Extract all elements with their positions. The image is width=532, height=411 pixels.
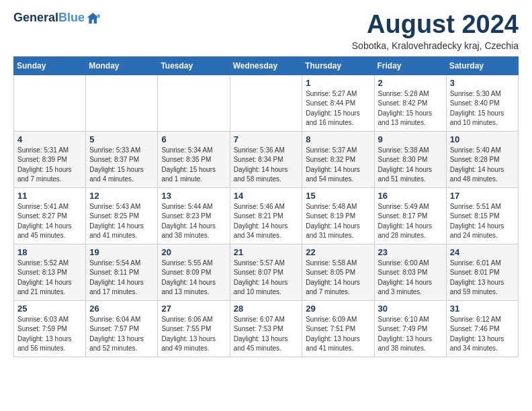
day-info: Sunrise: 5:31 AM Sunset: 8:39 PM Dayligh… (17, 146, 82, 185)
day-number: 21 (234, 247, 299, 257)
weekday-header: Tuesday (158, 56, 230, 75)
day-number: 12 (89, 191, 154, 201)
day-number: 3 (450, 78, 515, 88)
day-number: 8 (306, 134, 370, 144)
day-info: Sunrise: 5:49 AM Sunset: 8:17 PM Dayligh… (378, 202, 443, 241)
month-title: August 2024 (352, 11, 519, 39)
calendar-cell: 28Sunrise: 6:07 AM Sunset: 7:53 PM Dayli… (230, 300, 302, 357)
day-number: 9 (378, 134, 443, 144)
day-info: Sunrise: 5:43 AM Sunset: 8:25 PM Dayligh… (89, 202, 154, 241)
calendar-table: SundayMondayTuesdayWednesdayThursdayFrid… (13, 56, 519, 357)
day-info: Sunrise: 5:58 AM Sunset: 8:05 PM Dayligh… (306, 259, 370, 298)
calendar-cell: 30Sunrise: 6:10 AM Sunset: 7:49 PM Dayli… (374, 300, 446, 357)
day-info: Sunrise: 5:52 AM Sunset: 8:13 PM Dayligh… (17, 259, 82, 298)
day-info: Sunrise: 5:30 AM Sunset: 8:40 PM Dayligh… (450, 89, 515, 128)
day-number: 17 (450, 191, 515, 201)
day-info: Sunrise: 5:36 AM Sunset: 8:34 PM Dayligh… (234, 146, 299, 185)
calendar-cell: 8Sunrise: 5:37 AM Sunset: 8:32 PM Daylig… (302, 131, 374, 187)
calendar-cell: 7Sunrise: 5:36 AM Sunset: 8:34 PM Daylig… (230, 131, 302, 187)
location-subtitle: Sobotka, Kralovehradecky kraj, Czechia (352, 40, 519, 51)
day-number: 1 (306, 78, 370, 88)
day-number: 14 (234, 191, 299, 201)
logo: GeneralBlue (13, 11, 101, 26)
calendar-cell: 11Sunrise: 5:41 AM Sunset: 8:27 PM Dayli… (14, 187, 86, 244)
calendar-cell (158, 75, 230, 131)
day-info: Sunrise: 6:10 AM Sunset: 7:49 PM Dayligh… (378, 315, 443, 354)
day-info: Sunrise: 6:06 AM Sunset: 7:55 PM Dayligh… (161, 315, 226, 354)
day-number: 19 (89, 247, 154, 257)
calendar-cell: 14Sunrise: 5:46 AM Sunset: 8:21 PM Dayli… (230, 187, 302, 244)
calendar-cell: 16Sunrise: 5:49 AM Sunset: 8:17 PM Dayli… (374, 187, 446, 244)
weekday-header: Friday (374, 56, 446, 75)
day-info: Sunrise: 5:51 AM Sunset: 8:15 PM Dayligh… (450, 202, 515, 241)
calendar-cell: 24Sunrise: 6:01 AM Sunset: 8:01 PM Dayli… (446, 244, 518, 300)
day-info: Sunrise: 5:34 AM Sunset: 8:35 PM Dayligh… (161, 146, 226, 185)
day-info: Sunrise: 5:44 AM Sunset: 8:23 PM Dayligh… (161, 202, 226, 241)
calendar-cell: 27Sunrise: 6:06 AM Sunset: 7:55 PM Dayli… (158, 300, 230, 357)
day-number: 2 (378, 78, 443, 88)
day-info: Sunrise: 5:38 AM Sunset: 8:30 PM Dayligh… (378, 146, 443, 185)
calendar-cell: 9Sunrise: 5:38 AM Sunset: 8:30 PM Daylig… (374, 131, 446, 187)
day-info: Sunrise: 5:41 AM Sunset: 8:27 PM Dayligh… (17, 202, 82, 241)
day-number: 18 (17, 247, 82, 257)
day-info: Sunrise: 6:04 AM Sunset: 7:57 PM Dayligh… (89, 315, 154, 354)
day-number: 7 (234, 134, 299, 144)
day-number: 15 (306, 191, 370, 201)
calendar-header-row: SundayMondayTuesdayWednesdayThursdayFrid… (14, 56, 519, 75)
day-info: Sunrise: 6:07 AM Sunset: 7:53 PM Dayligh… (234, 315, 299, 354)
calendar-cell: 10Sunrise: 5:40 AM Sunset: 8:28 PM Dayli… (446, 131, 518, 187)
day-info: Sunrise: 5:46 AM Sunset: 8:21 PM Dayligh… (234, 202, 299, 241)
calendar-cell: 25Sunrise: 6:03 AM Sunset: 7:59 PM Dayli… (14, 300, 86, 357)
day-number: 30 (378, 304, 443, 314)
calendar-cell: 4Sunrise: 5:31 AM Sunset: 8:39 PM Daylig… (14, 131, 86, 187)
day-number: 10 (450, 134, 515, 144)
weekday-header: Wednesday (230, 56, 302, 75)
day-number: 31 (450, 304, 515, 314)
calendar-cell: 13Sunrise: 5:44 AM Sunset: 8:23 PM Dayli… (158, 187, 230, 244)
logo-text: GeneralBlue (13, 11, 85, 25)
calendar-week-row: 1Sunrise: 5:27 AM Sunset: 8:44 PM Daylig… (14, 75, 519, 131)
day-number: 6 (161, 134, 226, 144)
day-info: Sunrise: 5:33 AM Sunset: 8:37 PM Dayligh… (89, 146, 154, 185)
calendar-week-row: 18Sunrise: 5:52 AM Sunset: 8:13 PM Dayli… (14, 244, 519, 300)
calendar-cell: 29Sunrise: 6:09 AM Sunset: 7:51 PM Dayli… (302, 300, 374, 357)
day-number: 13 (161, 191, 226, 201)
calendar-cell: 19Sunrise: 5:54 AM Sunset: 8:11 PM Dayli… (86, 244, 158, 300)
day-number: 11 (17, 191, 82, 201)
calendar-cell: 12Sunrise: 5:43 AM Sunset: 8:25 PM Dayli… (86, 187, 158, 244)
day-info: Sunrise: 5:40 AM Sunset: 8:28 PM Dayligh… (450, 146, 515, 185)
day-info: Sunrise: 6:12 AM Sunset: 7:46 PM Dayligh… (450, 315, 515, 354)
calendar-cell: 1Sunrise: 5:27 AM Sunset: 8:44 PM Daylig… (302, 75, 374, 131)
day-number: 27 (161, 304, 226, 314)
calendar-cell: 2Sunrise: 5:28 AM Sunset: 8:42 PM Daylig… (374, 75, 446, 131)
calendar-week-row: 4Sunrise: 5:31 AM Sunset: 8:39 PM Daylig… (14, 131, 519, 187)
calendar-cell: 5Sunrise: 5:33 AM Sunset: 8:37 PM Daylig… (86, 131, 158, 187)
calendar-cell (14, 75, 86, 131)
day-number: 16 (378, 191, 443, 201)
calendar-cell: 18Sunrise: 5:52 AM Sunset: 8:13 PM Dayli… (14, 244, 86, 300)
day-number: 26 (89, 304, 154, 314)
calendar-cell: 20Sunrise: 5:55 AM Sunset: 8:09 PM Dayli… (158, 244, 230, 300)
calendar-cell: 3Sunrise: 5:30 AM Sunset: 8:40 PM Daylig… (446, 75, 518, 131)
day-number: 5 (89, 134, 154, 144)
calendar-cell: 21Sunrise: 5:57 AM Sunset: 8:07 PM Dayli… (230, 244, 302, 300)
calendar-week-row: 25Sunrise: 6:03 AM Sunset: 7:59 PM Dayli… (14, 300, 519, 357)
day-number: 22 (306, 247, 370, 257)
day-number: 20 (161, 247, 226, 257)
day-number: 23 (378, 247, 443, 257)
day-info: Sunrise: 6:01 AM Sunset: 8:01 PM Dayligh… (450, 259, 515, 298)
calendar-cell: 31Sunrise: 6:12 AM Sunset: 7:46 PM Dayli… (446, 300, 518, 357)
day-info: Sunrise: 6:00 AM Sunset: 8:03 PM Dayligh… (378, 259, 443, 298)
calendar-cell: 15Sunrise: 5:48 AM Sunset: 8:19 PM Dayli… (302, 187, 374, 244)
calendar-cell: 22Sunrise: 5:58 AM Sunset: 8:05 PM Dayli… (302, 244, 374, 300)
day-info: Sunrise: 5:55 AM Sunset: 8:09 PM Dayligh… (161, 259, 226, 298)
page-header: GeneralBlue August 2024 Sobotka, Kralove… (13, 11, 519, 51)
weekday-header: Sunday (14, 56, 86, 75)
day-info: Sunrise: 5:57 AM Sunset: 8:07 PM Dayligh… (234, 259, 299, 298)
day-info: Sunrise: 5:48 AM Sunset: 8:19 PM Dayligh… (306, 202, 370, 241)
calendar-week-row: 11Sunrise: 5:41 AM Sunset: 8:27 PM Dayli… (14, 187, 519, 244)
svg-marker-0 (87, 13, 99, 24)
day-info: Sunrise: 5:54 AM Sunset: 8:11 PM Dayligh… (89, 259, 154, 298)
day-info: Sunrise: 6:03 AM Sunset: 7:59 PM Dayligh… (17, 315, 82, 354)
weekday-header: Thursday (302, 56, 374, 75)
